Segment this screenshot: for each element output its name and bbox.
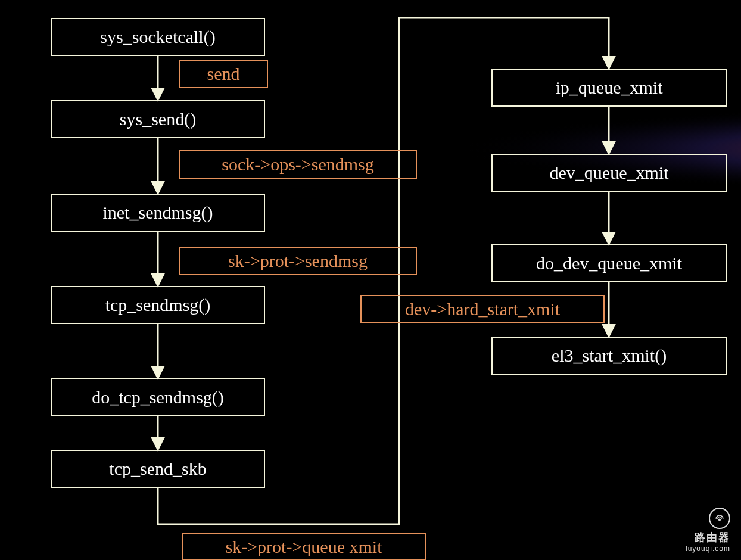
node-inet-sendmsg: inet_sendmsg() bbox=[51, 194, 265, 232]
label-text: send bbox=[207, 64, 240, 84]
node-text: tcp_sendmsg() bbox=[105, 295, 211, 315]
node-text: tcp_send_skb bbox=[109, 459, 206, 479]
node-text: inet_sendmsg() bbox=[103, 203, 213, 223]
node-text: do_tcp_sendmsg() bbox=[92, 387, 224, 407]
label-send: send bbox=[179, 60, 268, 88]
label-text: sk->prot->sendmsg bbox=[228, 251, 368, 271]
label-text: sk->prot->queue xmit bbox=[226, 537, 382, 557]
node-do-tcp-sendmsg: do_tcp_sendmsg() bbox=[51, 378, 265, 416]
node-text: ip_queue_xmit bbox=[556, 77, 663, 98]
watermark-title: 路由器 bbox=[686, 530, 730, 545]
node-do-dev-queue-xmit: do_dev_queue_xmit bbox=[491, 244, 727, 282]
node-dev-queue-xmit: dev_queue_xmit bbox=[491, 154, 727, 192]
node-text: el3_start_xmit() bbox=[552, 346, 667, 366]
node-tcp-send-skb: tcp_send_skb bbox=[51, 450, 265, 488]
label-sock-ops-sendmsg: sock->ops->sendmsg bbox=[179, 150, 417, 179]
node-ip-queue-xmit: ip_queue_xmit bbox=[491, 69, 727, 107]
router-icon bbox=[709, 508, 730, 529]
node-text: dev_queue_xmit bbox=[550, 163, 669, 183]
node-tcp-sendmsg: tcp_sendmsg() bbox=[51, 286, 265, 324]
label-dev-hard-start-xmit: dev->hard_start_xmit bbox=[360, 295, 605, 323]
watermark-url: luyouqi.com bbox=[686, 545, 730, 553]
node-sys-socketcall: sys_socketcall() bbox=[51, 18, 265, 56]
node-el3-start-xmit: el3_start_xmit() bbox=[491, 337, 727, 375]
label-sk-prot-sendmsg: sk->prot->sendmsg bbox=[179, 247, 417, 275]
watermark: 路由器 luyouqi.com bbox=[686, 508, 730, 553]
node-text: do_dev_queue_xmit bbox=[536, 253, 682, 273]
node-sys-send: sys_send() bbox=[51, 100, 265, 138]
node-text: sys_send() bbox=[120, 109, 196, 129]
node-text: sys_socketcall() bbox=[100, 27, 215, 47]
label-sk-prot-queue-xmit: sk->prot->queue xmit bbox=[182, 533, 426, 560]
label-text: sock->ops->sendmsg bbox=[222, 154, 373, 175]
svg-point-9 bbox=[719, 519, 721, 521]
label-text: dev->hard_start_xmit bbox=[405, 299, 560, 319]
